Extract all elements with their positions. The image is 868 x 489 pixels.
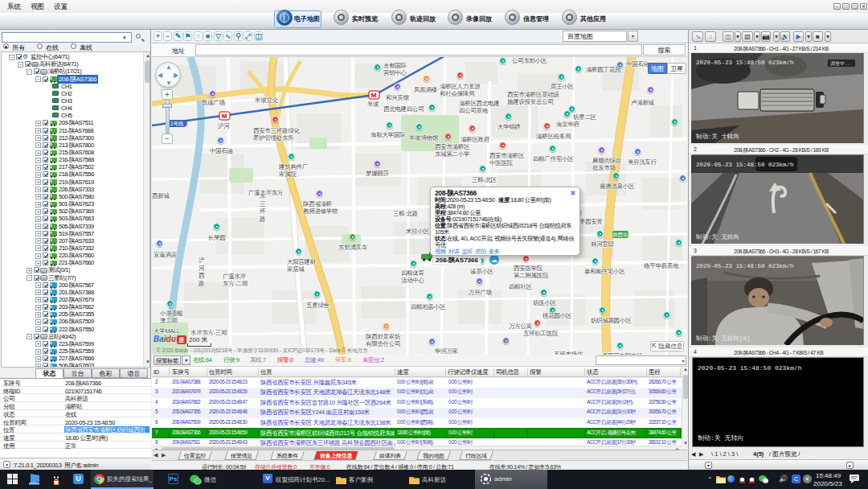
svg-text:1号线: 1号线	[170, 121, 184, 126]
svg-text:M: M	[371, 92, 377, 99]
svg-text:2020-05-23 15:48:50 023km/h: 2020-05-23 15:48:50 023km/h	[696, 263, 794, 269]
svg-text:调整中..: 调整中..	[829, 60, 850, 67]
svg-text:制动:关 无转向: 制动:关 无转向	[695, 233, 739, 240]
svg-text:制动:关 无转向[0]: 制动:关 无转向[0]	[695, 335, 751, 342]
svg-text:2020-05-23 15:48:50 023km/h: 2020-05-23 15:48:50 023km/h	[696, 162, 794, 168]
svg-text:制动:关 十转向: 制动:关 十转向	[695, 133, 739, 140]
svg-text:M: M	[222, 113, 227, 120]
svg-text:纺西街: 纺西街	[612, 232, 628, 238]
svg-text:2020-05-23 15:48:50 023km/h: 2020-05-23 15:48:50 023km/h	[696, 60, 794, 66]
